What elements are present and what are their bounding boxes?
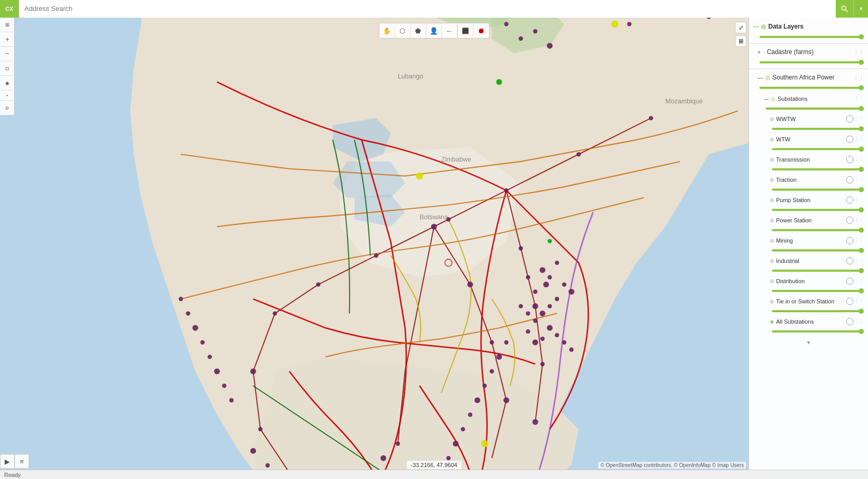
substations-visibility-icon[interactable]: ◎ [771,96,776,102]
map-container[interactable]: Lubango Luena Mozambique Botswana Zimbab… [0,18,868,479]
substations-options[interactable]: ⋮⋮ [854,96,864,101]
distribution-options[interactable]: ⋮⋮ [854,278,864,284]
zoom-out-button[interactable]: − [0,47,15,61]
user-tool-button[interactable]: 👤 [426,23,442,38]
cadastre-visibility-icon[interactable]: ◦ [763,49,765,55]
transmission-opacity-slider[interactable] [772,168,864,170]
distribution-toggle[interactable] [846,277,853,285]
wwtw-toggle[interactable] [846,115,853,123]
traction-options[interactable]: ⋮⋮ [854,177,864,182]
industrial-options[interactable]: ⋮⋮ [854,258,864,263]
tie-switch-opacity-slider[interactable] [772,310,864,312]
pump-station-visibility-icon[interactable]: ◎ [770,197,774,203]
cadastre-layer-row: + ◦ Cadastre (farms) ⋮⋮ [749,45,868,58]
attribution-text: © OpenStreetMap contributors. © OpenInfo… [600,462,744,468]
wwtw-options[interactable]: ⋮⋮ [854,116,864,122]
substations-label: Substations [778,96,853,102]
pump-station-toggle[interactable] [846,196,853,204]
left-tool-5[interactable]: ▪ [0,90,15,101]
power-visibility-icon[interactable]: ◎ [765,74,770,81]
mining-visibility-icon[interactable]: ◎ [770,238,774,243]
svg-point-107 [214,368,220,374]
mining-options[interactable]: ⋮⋮ [854,238,864,243]
wwtw-visibility-icon[interactable]: ◎ [770,116,774,122]
zoom-in-button[interactable]: + [0,32,15,47]
left-tool-6[interactable]: ⊘ [0,101,15,115]
traction-toggle[interactable] [846,176,853,183]
power-options[interactable]: ⋮⋮ [853,75,864,81]
cadastre-expand-icon[interactable]: + [757,49,760,55]
traction-row: ◎ Traction ⋮⋮ [749,174,868,185]
nav-list-button[interactable]: ≡ [15,454,29,469]
tool-icon-6: ⊘ [5,105,9,111]
nav-arrow-button[interactable]: ▶ [0,454,15,469]
tie-switch-visibility-icon[interactable]: ◎ [770,299,774,304]
polygon-tool-button[interactable]: ⬟ [410,23,426,38]
pump-station-opacity-slider[interactable] [772,209,864,211]
power-station-opacity-slider[interactable] [772,229,864,231]
power-station-visibility-icon[interactable]: ◎ [770,218,774,223]
industrial-visibility-icon[interactable]: ◎ [770,258,774,263]
transmission-visibility-icon[interactable]: ◎ [770,157,774,162]
stop-icon: ⬛ [462,28,469,34]
tie-switch-options[interactable]: ⋮⋮ [854,299,864,304]
industrial-toggle[interactable] [846,257,853,264]
all-substations-label: All Substations [776,318,844,325]
svg-point-34 [504,188,509,192]
mining-toggle[interactable] [846,237,853,244]
cadastre-options[interactable]: ⋮⋮ [853,49,864,55]
grid-icon: ⊞ [739,38,743,45]
distribution-opacity-slider[interactable] [772,290,864,292]
transmission-toggle[interactable] [846,156,853,163]
search-input[interactable] [19,0,836,18]
zoom-extent-button[interactable]: ⊡ [0,61,15,76]
pump-station-options[interactable]: ⋮⋮ [854,197,864,203]
all-substations-toggle[interactable] [846,318,853,325]
left-tool-1[interactable]: ⊞ [0,18,15,32]
distribution-visibility-icon[interactable]: ◎ [770,278,774,284]
power-station-options[interactable]: ⋮⋮ [854,218,864,223]
power-opacity-slider[interactable] [759,87,864,89]
mining-opacity-slider[interactable] [772,249,864,251]
svg-point-63 [496,354,502,360]
all-substations-options[interactable]: ⋮⋮ [854,319,864,324]
select-tool-button[interactable]: ⬡ [395,23,410,38]
expand-map-button-2[interactable]: ⊞ [735,35,746,47]
power-station-toggle[interactable] [846,217,853,224]
left-nav-button[interactable]: ◉ [0,76,15,90]
search-button[interactable] [836,0,853,18]
data-layers-opacity-slider[interactable] [759,36,864,38]
wtw-visibility-icon[interactable]: ◎ [770,137,774,142]
svg-point-35 [518,246,523,250]
svg-point-29 [316,282,321,286]
traction-visibility-icon[interactable]: ◎ [770,177,774,182]
svg-point-40 [649,116,653,120]
back-tool-button[interactable]: ← [442,23,457,38]
substations-collapse-icon[interactable]: — [764,96,769,102]
search-dropdown-button[interactable]: ▾ [853,0,868,18]
substations-opacity-slider[interactable] [766,108,864,110]
wtw-options[interactable]: ⋮⋮ [854,137,864,142]
traction-opacity-slider[interactable] [772,189,864,191]
wtw-toggle[interactable] [846,136,853,143]
cadastre-opacity-slider[interactable] [759,61,864,63]
stop-tool-button[interactable]: ⬛ [458,23,473,38]
wwtw-opacity-slider[interactable] [772,128,864,130]
svg-point-31 [250,368,256,374]
all-substations-opacity-slider[interactable] [772,330,864,332]
svg-point-111 [611,20,619,28]
arrow-right-icon: ▶ [5,458,10,465]
expand-map-button[interactable]: ⤢ [735,22,746,33]
svg-point-66 [474,397,480,403]
power-collapse-icon[interactable]: — [757,74,763,81]
svg-point-55 [547,325,553,331]
svg-text:Botswana: Botswana [420,214,448,221]
transmission-options[interactable]: ⋮⋮ [854,157,864,162]
wtw-opacity-slider[interactable] [772,148,864,150]
all-substations-visibility-icon[interactable]: ◉ [770,319,774,324]
industrial-opacity-slider[interactable] [772,270,864,272]
tie-switch-toggle[interactable] [846,298,853,305]
pan-tool-button[interactable]: ✋ [379,23,395,38]
user-icon: 👤 [430,27,438,35]
record-tool-button[interactable]: ⏺ [473,23,489,38]
